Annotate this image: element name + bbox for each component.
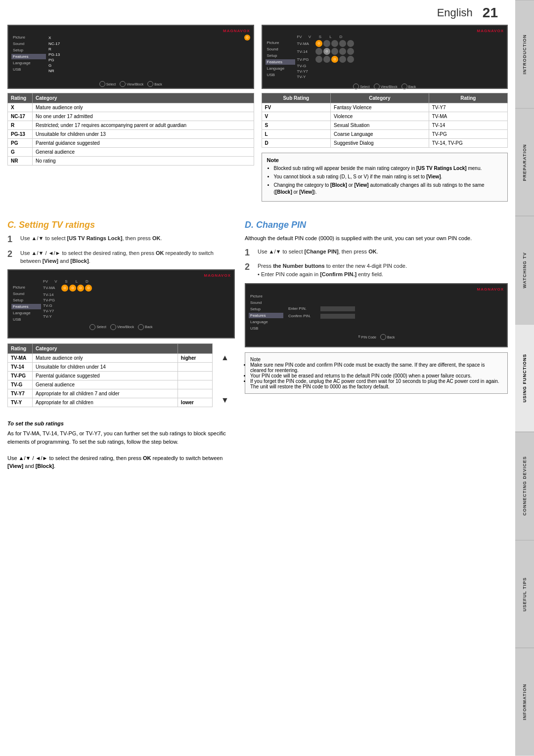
sub-ratings-step3: Use ▲/▼ / ◄/► to select the desired rati… xyxy=(7,454,235,470)
section-c-heading: C. Setting TV ratings xyxy=(7,220,235,230)
page-container: English 21 MAGNAVOX Picture Sound Setup … xyxy=(0,0,534,756)
control-select: Select xyxy=(99,81,116,87)
step-c1: 1 Use ▲/▼ to select [US TV Ratings Lock]… xyxy=(7,234,235,245)
control-back: Back xyxy=(147,81,162,87)
note-title-pin: Note xyxy=(250,357,502,362)
tv-brand-right: MAGNAVOX xyxy=(266,29,504,33)
tab-introduction[interactable]: INTRODUCTION xyxy=(515,0,534,108)
tv-brand-left: MAGNAVOX xyxy=(11,29,250,33)
tv-menu-section-c: MAGNAVOX FV V S L D Picture Sound xyxy=(7,269,235,338)
table-row: FV Fantasy Violence TV-Y7 xyxy=(262,103,508,112)
step-d1: 1 Use ▲/▼ to select [Change PIN], then p… xyxy=(245,248,508,258)
note-item: If you forget the PIN code, unplug the A… xyxy=(250,378,502,389)
confirm-pin-row: Confirm PIN. xyxy=(288,314,504,319)
category-col-header: Category xyxy=(33,93,254,103)
table-row: L Coarse Language TV-PG xyxy=(262,130,508,139)
top-left-col: MAGNAVOX Picture Sound Setup Features La… xyxy=(7,25,254,207)
page-title-english: English xyxy=(437,6,473,19)
note-title-right: Note xyxy=(267,157,503,163)
tv-menu-right: MAGNAVOX FV V S L D Pic xyxy=(262,25,508,89)
section-d-heading: D. Change PIN xyxy=(245,220,508,230)
sub-ratings-body: As for TV-MA, TV-14, TV-PG, or TV-Y7, yo… xyxy=(7,429,235,446)
note-box-pin: Note Make sure new PIN code and confirm … xyxy=(245,352,508,394)
bottom-section: C. Setting TV ratings 1 Use ▲/▼ to selec… xyxy=(7,214,508,470)
tv-ratings-list-left: X ⊙ NC-17 R PG-13 xyxy=(46,35,250,79)
section-c: C. Setting TV ratings 1 Use ▲/▼ to selec… xyxy=(7,214,235,470)
tv-menu-inner-left: Picture Sound Setup Features Language US… xyxy=(11,35,250,79)
main-content: English 21 MAGNAVOX Picture Sound Setup … xyxy=(0,0,515,756)
rating-header: Rating xyxy=(429,93,507,103)
lower-rating-section: Rating Category TV-MA Mature audience on… xyxy=(7,343,235,415)
step-d2: 2 Press the Number buttons to enter the … xyxy=(245,262,508,278)
tab-watching-tv[interactable]: WATCHING TV xyxy=(515,216,534,324)
tv-menu-items-left: Picture Sound Setup Features Language US… xyxy=(11,35,46,79)
icon-x: ⊙ xyxy=(244,35,250,41)
rating-row-x: X ⊙ xyxy=(48,35,250,41)
table-row: TV-PG Parental guidance suggested xyxy=(8,371,213,380)
note-list-right: Blocked sub rating will appear beside th… xyxy=(267,165,503,196)
step-c2: 2 Use ▲/▼ / ◄/► to select the desired ra… xyxy=(7,249,235,265)
table-row: TV-14 Unsuitable for children under 14 xyxy=(8,362,213,371)
table-row: S Sexual Situation TV-14 xyxy=(262,121,508,130)
table-row: TV-Y7 Appropriate for all children 7 and… xyxy=(8,389,213,398)
rating-row-pg13: PG-13 xyxy=(48,52,250,57)
tv-menu-with-cols: FV V S L D Picture Sound Setup xyxy=(266,35,504,82)
category-header: Category xyxy=(331,93,429,103)
page-number: 21 xyxy=(483,5,498,21)
table-row: TV-MA Mature audience only higher xyxy=(8,353,213,362)
rating-row-pg: PG xyxy=(48,58,250,62)
tv-menu-left: MAGNAVOX Picture Sound Setup Features La… xyxy=(7,25,254,89)
rating-row-nr: NR xyxy=(48,69,250,73)
table-row: NC-17 No one under 17 admitted xyxy=(8,112,254,121)
note-box-right: Note Blocked sub rating will appear besi… xyxy=(262,153,508,202)
table-row: G General audience xyxy=(8,148,254,157)
table-row: D Suggestive Dialog TV-14, TV-PG xyxy=(262,139,508,148)
pin-intro: Although the default PIN code (0000) is … xyxy=(245,234,508,243)
note-item: Make sure new PIN code and confirm PIN c… xyxy=(250,362,502,373)
section-d: D. Change PIN Although the default PIN c… xyxy=(245,214,508,470)
tab-information[interactable]: INFORMATION xyxy=(515,648,534,756)
rating-row-nc17: NC-17 xyxy=(48,42,250,46)
table-row: X Mature audience only xyxy=(8,103,254,112)
tab-using-functions[interactable]: USING FUNCTIONS xyxy=(515,324,534,432)
control-viewblock: View/Block xyxy=(120,81,143,87)
pin-menu-box: MAGNAVOX Picture Sound Setup Features La… xyxy=(245,283,508,347)
pin-code-control: ⠿ PIN Code xyxy=(358,334,376,340)
rating-table-left: Rating Category X Mature audience only N… xyxy=(7,93,254,166)
pin-controls: ⠿ PIN Code Back xyxy=(249,334,504,340)
lower-rating-table: Rating Category TV-MA Mature audience on… xyxy=(7,343,213,407)
col-headers-row: FV V S L D xyxy=(295,35,504,39)
menu-item-features-selected: Features xyxy=(11,54,46,59)
rating-arrow: ▲ ▼ xyxy=(215,343,235,415)
rating-col-header: Rating xyxy=(8,93,33,103)
sidebar-tabs: INTRODUCTION PREPARATION WATCHING TV USI… xyxy=(515,0,534,756)
tab-preparation[interactable]: PREPARATION xyxy=(515,108,534,216)
sub-ratings-title: To set the sub ratings xyxy=(7,420,235,428)
tv-menu-body-right: Picture Sound Setup Features Language US… xyxy=(266,40,504,82)
table-row: NR No rating xyxy=(8,157,254,166)
tv-controls-left: Select View/Block Back xyxy=(11,81,250,87)
table-row: PG Parental guidance suggested xyxy=(8,139,254,148)
rating-row-g: G xyxy=(48,63,250,68)
rating-row-r: R xyxy=(48,47,250,51)
sub-ratings-text: To set the sub ratings As for TV-MA, TV-… xyxy=(7,420,235,470)
menu-item-language: Language xyxy=(11,60,46,66)
table-row: R Restricted; under 17 requires accompan… xyxy=(8,121,254,130)
table-row: V Violence TV-MA xyxy=(262,112,508,121)
tab-connecting-devices[interactable]: CONNECTING DEVICES xyxy=(515,432,534,540)
menu-item-usb: USB xyxy=(11,67,46,72)
note-item: You cannot block a sub rating (D, L, S o… xyxy=(274,173,503,180)
note-list-pin: Make sure new PIN code and confirm PIN c… xyxy=(250,362,502,389)
table-row: TV-Y Appropriate for all children lower xyxy=(8,398,213,407)
back-control: Back xyxy=(380,334,395,340)
page-header: English 21 xyxy=(7,5,508,21)
table-row: PG-13 Unsuitable for children under 13 xyxy=(8,130,254,139)
tab-useful-tips[interactable]: USEFUL TIPS xyxy=(515,540,534,648)
sub-rating-table: Sub Rating Category Rating FV Fantasy Vi… xyxy=(262,93,508,148)
table-row: TV-G General audience xyxy=(8,380,213,389)
enter-pin-row: Enter PIN. xyxy=(288,306,504,311)
menu-item-setup: Setup xyxy=(11,47,46,53)
note-item: Changing the category to [Block] or [Vie… xyxy=(274,182,503,196)
menu-item-picture: Picture xyxy=(11,35,46,40)
tv-controls-right: Select View/Block Back xyxy=(266,84,504,89)
